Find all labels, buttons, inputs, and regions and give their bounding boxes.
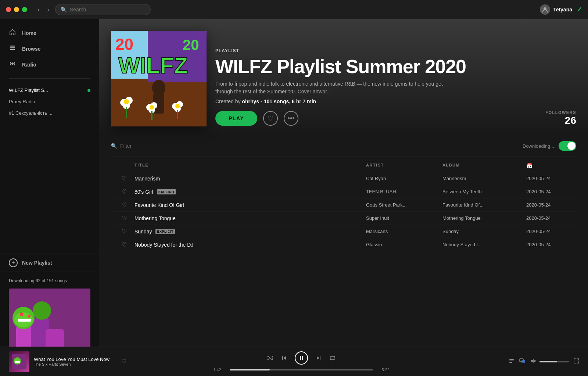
svg-rect-49 <box>509 359 514 360</box>
filter-input[interactable] <box>120 143 184 149</box>
main-layout: Home Browse <box>0 19 588 376</box>
window-frame: ‹ › 🔍 Tetyana ✓ <box>0 0 588 376</box>
forward-button[interactable]: › <box>44 5 52 14</box>
svg-point-10 <box>33 301 51 320</box>
next-button[interactable] <box>315 355 322 361</box>
device-button[interactable] <box>519 358 526 366</box>
header-album: ALBUM <box>442 163 523 169</box>
close-button[interactable] <box>6 7 11 12</box>
track-row[interactable]: ♡ Favourite Kind Of Girl Gotts Street Pa… <box>111 198 576 212</box>
main-content: 20 WILFZ 20 <box>99 19 588 376</box>
sidebar: Home Browse <box>0 19 99 376</box>
sidebar-playlist-wilfz[interactable]: WILFZ Playlist S... <box>0 85 99 96</box>
playlist-type-label: PLAYLIST <box>215 48 576 53</box>
svg-point-13 <box>20 312 24 316</box>
search-bar[interactable]: 🔍 <box>55 4 151 15</box>
track-title-cell: Mannerism <box>135 176 363 182</box>
track-title-cell: Favourite Kind Of Girl <box>135 202 363 208</box>
track-row[interactable]: ♡ Mannerism Cat Ryan Mannerism 2020-05-2… <box>111 172 576 185</box>
track-artist[interactable]: Cat Ryan <box>366 176 440 181</box>
track-album[interactable]: Sunday <box>442 229 523 234</box>
track-album[interactable]: Between My Teeth <box>442 189 523 194</box>
track-heart[interactable]: ♡ <box>117 215 132 222</box>
plus-icon: + <box>9 258 18 267</box>
track-artist[interactable]: Glassio <box>366 242 440 247</box>
search-icon: 🔍 <box>61 7 67 12</box>
pause-button[interactable] <box>295 351 308 365</box>
more-button[interactable]: ••• <box>284 111 298 126</box>
play-button[interactable]: PLAY <box>215 111 257 126</box>
queue-button[interactable] <box>509 358 514 365</box>
explicit-badge: EXPLICIT <box>157 189 176 194</box>
track-row[interactable]: ♡ Nobody Stayed for the DJ Glassio Nobod… <box>111 238 576 251</box>
now-playing: What You Love You Must Love Now The Six … <box>9 351 126 372</box>
track-artist[interactable]: Gotts Street Park... <box>366 202 440 208</box>
search-input[interactable] <box>70 7 145 12</box>
track-artist[interactable]: Super Inuit <box>366 215 440 221</box>
new-playlist-button[interactable]: + New Playlist <box>0 254 99 272</box>
svg-point-54 <box>523 361 524 362</box>
track-artist[interactable]: TEEN BLUSH <box>366 189 440 194</box>
track-heart[interactable]: ♡ <box>117 188 132 195</box>
sidebar-playlist-sexy[interactable]: #1 Сексуальність ... <box>0 107 99 119</box>
sidebar-playlist-praey[interactable]: Praey Radio <box>0 96 99 107</box>
sidebar-item-home[interactable]: Home <box>0 25 99 41</box>
track-row[interactable]: ♡ 80's Girl EXPLICIT TEEN BLUSH Between … <box>111 185 576 198</box>
sidebar-playlist-wilfz-label: WILFZ Playlist S... <box>9 87 48 93</box>
track-heart[interactable]: ♡ <box>117 228 132 235</box>
like-button[interactable]: ♡ <box>263 111 278 126</box>
avatar <box>540 4 550 15</box>
track-album[interactable]: Mannerism <box>442 176 523 181</box>
track-list: ♡ Mannerism Cat Ryan Mannerism 2020-05-2… <box>111 172 576 251</box>
prev-button[interactable] <box>281 355 287 361</box>
track-row[interactable]: ♡ Mothering Tongue Super Inuit Mothering… <box>111 212 576 225</box>
svg-rect-30 <box>126 107 127 118</box>
download-toggle[interactable] <box>559 141 576 151</box>
volume-button[interactable] <box>530 358 537 366</box>
user-info[interactable]: Tetyana <box>540 4 572 15</box>
volume-bar[interactable] <box>539 361 569 362</box>
now-playing-artist: The Six Parts Seven <box>34 362 117 366</box>
header-heart <box>117 163 132 169</box>
filter-icon: 🔍 <box>111 143 117 149</box>
playlist-actions: PLAY ♡ ••• FOLLOWERS 26 <box>215 110 576 126</box>
svg-rect-2 <box>10 47 15 49</box>
sidebar-playlists: WILFZ Playlist S... Praey Radio #1 Сексу… <box>0 82 99 252</box>
playlist-creator[interactable]: ohrhys <box>242 99 259 104</box>
repeat-button[interactable] <box>329 355 336 361</box>
track-album[interactable]: Favourite Kind Of... <box>442 202 523 208</box>
radio-icon <box>9 60 16 69</box>
shuffle-button[interactable] <box>267 355 273 361</box>
track-heart[interactable]: ♡ <box>117 201 132 208</box>
track-date: 2020-05-24 <box>526 176 570 181</box>
maximize-button[interactable] <box>22 7 27 12</box>
now-playing-heart[interactable]: ♡ <box>121 358 126 365</box>
svg-rect-44 <box>15 361 20 363</box>
title-bar-right: Tetyana ✓ <box>540 4 582 15</box>
track-title: Mothering Tongue <box>135 215 176 221</box>
sidebar-playlist-praey-label: Praey Radio <box>9 99 35 104</box>
sidebar-item-browse[interactable]: Browse <box>0 41 99 57</box>
playlist-header: 20 WILFZ 20 <box>99 19 588 135</box>
sidebar-nav: Home Browse <box>0 19 99 75</box>
track-artist[interactable]: Marsicans <box>366 229 440 234</box>
progress-track[interactable] <box>230 369 373 370</box>
track-album[interactable]: Nobody Stayed f... <box>442 242 523 247</box>
total-time: 5:22 <box>377 368 390 372</box>
track-row[interactable]: ♡ Sunday EXPLICIT Marsicans Sunday 2020-… <box>111 225 576 238</box>
now-playing-title: What You Love You Must Love Now <box>34 357 117 362</box>
track-album[interactable]: Mothering Tongue <box>442 215 523 221</box>
fullscreen-button[interactable] <box>573 358 579 365</box>
minimize-button[interactable] <box>14 7 19 12</box>
track-list-container: 🔍 Downloading... TITLE ARTIST ALBUM 📅 <box>99 135 588 288</box>
active-indicator <box>87 89 90 92</box>
downloading-label: Downloading... <box>523 143 554 149</box>
playlist-description: From lo-fi pop and indie folk to electro… <box>215 80 443 96</box>
explicit-badge: EXPLICIT <box>155 229 175 234</box>
followers-info: FOLLOWERS 26 <box>545 110 576 126</box>
track-title-cell: Sunday EXPLICIT <box>135 229 363 234</box>
track-heart[interactable]: ♡ <box>117 241 132 248</box>
track-heart[interactable]: ♡ <box>117 175 132 182</box>
sidebar-item-radio[interactable]: Radio <box>0 57 99 72</box>
back-button[interactable]: ‹ <box>35 5 43 14</box>
